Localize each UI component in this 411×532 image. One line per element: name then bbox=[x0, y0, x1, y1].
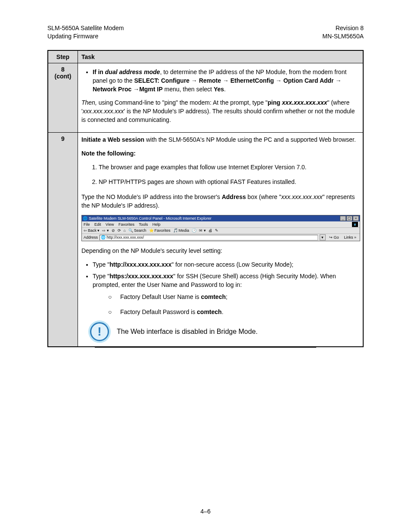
header-left-line1: SLM-5650A Satellite Modem bbox=[47, 25, 124, 31]
paragraph: Type the NO Module's IP address into the… bbox=[81, 193, 359, 210]
header-right: Revision 8 MN-SLM5650A bbox=[322, 24, 364, 40]
notes-list: The browser and page examples that follo… bbox=[81, 163, 359, 187]
refresh-icon: ⟳ bbox=[118, 228, 121, 233]
text: Initiate a Web session bbox=[81, 136, 144, 143]
task-8: If in dual address mode, to determine th… bbox=[78, 63, 364, 132]
window-title: Satellite Modem SLM-5650A Control Panel … bbox=[89, 216, 212, 221]
text: xxx.xxx.xxx.xxx bbox=[282, 99, 327, 106]
list-item: If in dual address mode, to determine th… bbox=[93, 68, 359, 94]
table-row: 8 (cont) If in dual address mode, to det… bbox=[48, 63, 363, 132]
menu-item: View bbox=[106, 222, 114, 227]
text: Back bbox=[88, 228, 97, 233]
address-url: 🌐 http://xxx.xxx.xxx.xxx/ bbox=[100, 235, 318, 240]
text: Links bbox=[344, 235, 353, 240]
note-heading: Note the following: bbox=[81, 149, 359, 158]
text: ; bbox=[226, 293, 227, 300]
task-9: Initiate a Web session with the SLM-5650… bbox=[78, 132, 364, 347]
text: Type " bbox=[93, 273, 109, 280]
table-row: 9 Initiate a Web session with the SLM-56… bbox=[48, 132, 363, 347]
ie-logo-icon: e bbox=[352, 222, 358, 227]
paragraph: Then, using Command-line to "ping" the m… bbox=[81, 98, 359, 124]
text: with the SLM-5650A's NP Module using the… bbox=[144, 136, 356, 143]
favorites-button: ⭐ Favorites bbox=[149, 228, 171, 233]
browser-screenshot: 🌐 Satellite Modem SLM-5650A Control Pane… bbox=[81, 215, 360, 241]
window-titlebar: 🌐 Satellite Modem SLM-5650A Control Pane… bbox=[82, 215, 360, 221]
menu-item: Help bbox=[153, 222, 161, 227]
menu-item: File bbox=[84, 222, 90, 227]
text: xxx.xxx.xxx.xxx bbox=[281, 193, 323, 200]
alert: ! The Web interface is disabled in Bridg… bbox=[81, 322, 359, 341]
page: SLM-5650A Satellite Modem Updating Firmw… bbox=[0, 0, 411, 532]
edit-icon: ✎ bbox=[215, 228, 218, 233]
paragraph: Depending on the NP Module's security le… bbox=[81, 246, 359, 255]
step-number-9: 9 bbox=[48, 132, 78, 347]
text: ping bbox=[268, 99, 282, 106]
home-icon: ⌂ bbox=[124, 228, 126, 233]
footer-rule bbox=[95, 347, 316, 348]
text: http://xxx.xxx.xxx.xxx bbox=[109, 261, 171, 268]
page-header: SLM-5650A Satellite Modem Updating Firmw… bbox=[47, 24, 364, 40]
minimize-icon: _ bbox=[340, 216, 346, 221]
search-button: 🔍 Search bbox=[128, 228, 146, 233]
alert-text: The Web interface is disabled in Bridge … bbox=[117, 327, 258, 336]
text: xxx.xxx.xxx.xxx bbox=[83, 108, 124, 115]
menu-item: Favorites bbox=[118, 222, 134, 227]
list-item: Type "http://xxx.xxx.xxx.xxx" for non-se… bbox=[93, 260, 359, 269]
text: " for non-secure access (Low Security Mo… bbox=[171, 261, 293, 268]
menu-item: Edit bbox=[94, 222, 101, 227]
ie-icon: 🌐 bbox=[83, 216, 87, 221]
col-step: Step bbox=[48, 50, 78, 63]
paragraph: Initiate a Web session with the SLM-5650… bbox=[81, 135, 359, 144]
back-button: ⇦ Back ▾ bbox=[84, 228, 100, 233]
header-left-line2: Updating Firmware bbox=[47, 33, 98, 40]
steps-table: Step Task 8 (cont) If in dual address mo… bbox=[47, 50, 364, 347]
text: Type the NO Module's IP address into the… bbox=[81, 193, 222, 200]
text: http://xxx.xxx.xxx.xxx/ bbox=[107, 235, 144, 240]
page-number: 4–6 bbox=[0, 508, 411, 515]
text: Note the following: bbox=[81, 150, 136, 157]
links-label: Links » bbox=[342, 235, 358, 240]
header-right-line1: Revision 8 bbox=[336, 25, 364, 31]
address-dropdown-icon: ▾ bbox=[320, 234, 326, 240]
list-item: The browser and page examples that follo… bbox=[99, 163, 359, 171]
text: Favorites bbox=[155, 228, 171, 233]
stop-icon: ⊘ bbox=[112, 228, 115, 233]
address-bar: Address 🌐 http://xxx.xxx.xxx.xxx/ ▾ ↪ Go… bbox=[82, 234, 360, 241]
text: Then, bbox=[81, 99, 97, 106]
text: Type " bbox=[93, 261, 109, 268]
maximize-icon: ▢ bbox=[346, 216, 352, 221]
col-task: Task bbox=[78, 50, 364, 63]
text: . bbox=[222, 308, 224, 315]
print-icon: 🖨 bbox=[209, 228, 212, 233]
text: menu, then select bbox=[163, 86, 214, 93]
text: Media bbox=[179, 228, 190, 233]
history-icon: 🕑 bbox=[192, 228, 196, 233]
mail-icon: ✉ ▾ bbox=[199, 228, 206, 233]
text: box (where " bbox=[246, 193, 281, 200]
alert-icon: ! bbox=[90, 322, 109, 341]
header-left: SLM-5650A Satellite Modem Updating Firmw… bbox=[47, 24, 124, 40]
text: https:/xxx.xxx.xxx.xxx bbox=[109, 273, 173, 280]
forward-button: ⇨ ▾ bbox=[102, 228, 109, 233]
media-button: 🎵 Media bbox=[173, 228, 190, 233]
address-label: Address bbox=[84, 235, 98, 240]
text: Go bbox=[333, 235, 339, 240]
toolbar: ⇦ Back ▾ ⇨ ▾ ⊘ ⟳ ⌂ 🔍 Search ⭐ Favorites … bbox=[82, 228, 360, 234]
text: Search bbox=[134, 228, 146, 233]
step-number-8: 8 (cont) bbox=[48, 63, 78, 132]
text: comtech bbox=[197, 308, 222, 315]
close-icon: × bbox=[353, 216, 359, 221]
list-item: Factory Default Password is comtech. bbox=[118, 308, 359, 316]
header-right-line2: MN-SLM5650A bbox=[322, 33, 364, 40]
text: comtech bbox=[201, 293, 226, 300]
list-item: NP HTTP/HTTPS pages are shown with optio… bbox=[99, 177, 359, 186]
menu-item: Tools bbox=[139, 222, 148, 227]
list-item: Type "https:/xxx.xxx.xxx.xxx" for SSH (S… bbox=[93, 272, 359, 316]
text: dual address mode bbox=[105, 68, 160, 75]
text: using Command-line to "ping" the modem: … bbox=[97, 99, 268, 106]
text: If in bbox=[93, 68, 105, 75]
text: Factory Default Password is bbox=[120, 308, 197, 315]
go-button: ↪ Go bbox=[327, 235, 341, 240]
text: Yes bbox=[214, 86, 224, 93]
text: . bbox=[224, 86, 226, 93]
